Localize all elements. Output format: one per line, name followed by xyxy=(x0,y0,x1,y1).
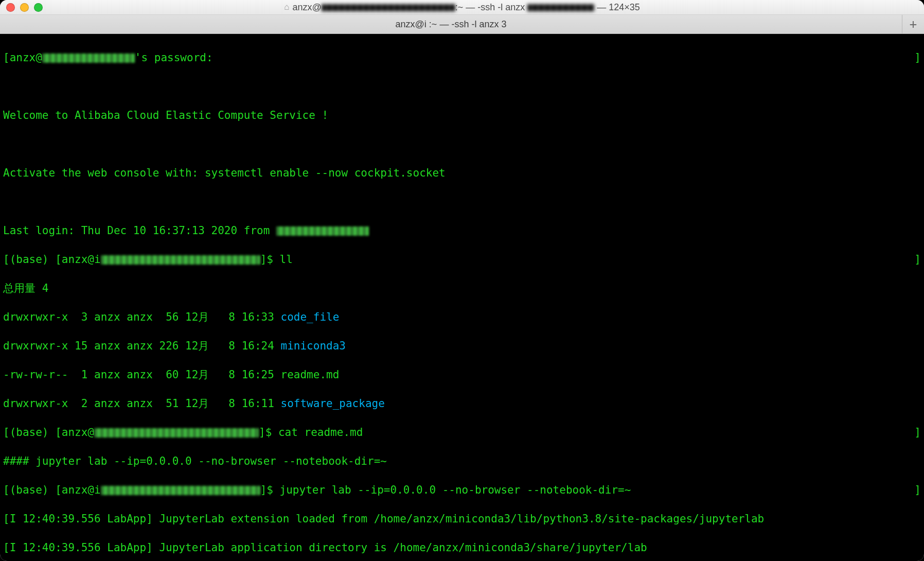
tab-bar: anzx@i :~ — -ssh -l anzx 3 + xyxy=(0,15,924,34)
terminal-window: ⌂ anzx@:~ — -ssh -l anzx — 124×35 anzx@i… xyxy=(0,0,924,561)
new-tab-button[interactable]: + xyxy=(902,15,924,33)
terminal-body[interactable]: [anzx@'s password:] Welcome to Alibaba C… xyxy=(0,34,924,561)
ls-entry: miniconda3 xyxy=(281,340,346,352)
window-title: ⌂ anzx@:~ — -ssh -l anzx — 124×35 xyxy=(0,2,924,13)
traffic-lights xyxy=(6,3,43,12)
window-titlebar[interactable]: ⌂ anzx@:~ — -ssh -l anzx — 124×35 xyxy=(0,0,924,15)
plus-icon: + xyxy=(910,17,917,31)
tab-label: anzx@i :~ — -ssh -l anzx 3 xyxy=(396,19,507,30)
tab-active[interactable]: anzx@i :~ — -ssh -l anzx 3 xyxy=(0,15,902,33)
close-icon[interactable] xyxy=(6,3,15,12)
ls-entry: code_file xyxy=(281,311,340,323)
welcome-line: Welcome to Alibaba Cloud Elastic Compute… xyxy=(3,108,921,122)
home-icon: ⌂ xyxy=(284,2,289,12)
ls-entry: readme.md xyxy=(281,369,340,381)
zoom-icon[interactable] xyxy=(34,3,43,12)
readme-content: #### jupyter lab --ip=0.0.0.0 --no-brows… xyxy=(3,454,921,468)
minimize-icon[interactable] xyxy=(20,3,29,12)
ls-entry: software_package xyxy=(281,397,385,410)
activate-line: Activate the web console with: systemctl… xyxy=(3,166,921,180)
